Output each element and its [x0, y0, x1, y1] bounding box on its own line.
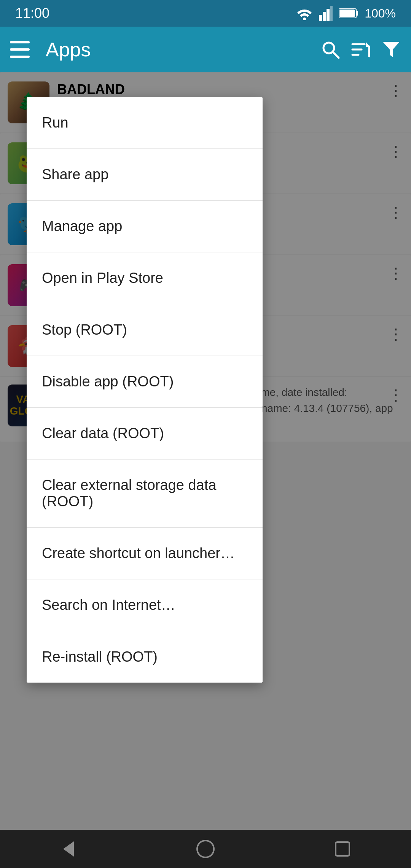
menu-item-clear-external-root[interactable]: Clear external storage data (ROOT) [27, 460, 263, 528]
menu-item-disable-root[interactable]: Disable app (ROOT) [27, 356, 263, 408]
menu-item-clear-data-root[interactable]: Clear data (ROOT) [27, 408, 263, 460]
context-menu: Run Share app Manage app Open in Play St… [27, 97, 263, 683]
svg-point-0 [303, 18, 306, 20]
filter-icon [381, 40, 401, 59]
svg-rect-8 [10, 41, 30, 43]
svg-line-12 [333, 52, 339, 58]
menu-item-create-shortcut[interactable]: Create shortcut on launcher… [27, 528, 263, 579]
svg-rect-1 [319, 15, 322, 21]
svg-rect-6 [339, 10, 355, 17]
search-button[interactable] [320, 39, 341, 60]
svg-rect-3 [327, 9, 330, 21]
svg-rect-2 [323, 12, 326, 21]
menu-item-reinstall-root[interactable]: Re-install (ROOT) [27, 631, 263, 683]
svg-rect-9 [10, 48, 30, 51]
menu-item-open-play-store[interactable]: Open in Play Store [27, 252, 263, 304]
search-icon [320, 40, 340, 59]
hamburger-menu-button[interactable] [9, 39, 30, 60]
sort-icon [351, 40, 371, 59]
hamburger-icon [10, 41, 30, 58]
status-bar: 11:00 100% [0, 0, 411, 27]
status-icons: 100% [296, 6, 396, 21]
svg-marker-17 [383, 42, 400, 57]
svg-rect-7 [356, 11, 358, 16]
menu-item-share-app[interactable]: Share app [27, 149, 263, 201]
sort-button[interactable] [350, 39, 371, 60]
svg-rect-4 [330, 6, 333, 21]
wifi-icon [296, 6, 313, 20]
page-title: Apps [46, 38, 311, 61]
battery-icon [339, 7, 358, 19]
menu-item-search-internet[interactable]: Search on Internet… [27, 579, 263, 631]
toolbar: Apps [0, 27, 411, 72]
signal-icon [319, 6, 333, 21]
menu-item-manage-app[interactable]: Manage app [27, 201, 263, 252]
filter-button[interactable] [381, 39, 402, 60]
menu-item-stop-root[interactable]: Stop (ROOT) [27, 304, 263, 356]
menu-item-run[interactable]: Run [27, 97, 263, 149]
time-display: 11:00 [15, 5, 49, 21]
svg-rect-10 [10, 56, 30, 58]
battery-percent: 100% [365, 6, 396, 21]
